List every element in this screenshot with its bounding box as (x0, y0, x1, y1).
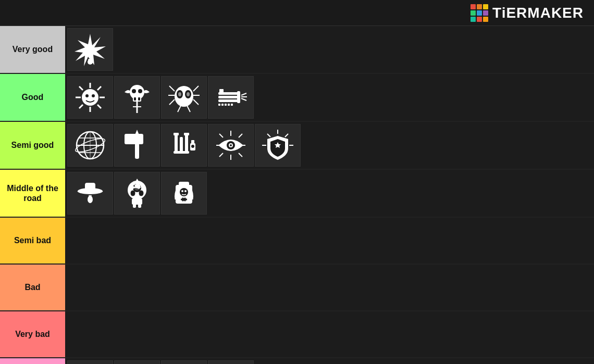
shield-glow-icon (261, 129, 294, 162)
item-cowboy[interactable] (67, 172, 113, 215)
logo: TiERMAKER (471, 4, 584, 22)
item-hammer[interactable] (114, 124, 160, 167)
tier-row-middle: Middle of the road (0, 170, 594, 218)
tier-row-very-bad: Very bad (0, 311, 594, 358)
svg-rect-41 (225, 104, 227, 106)
item-hazmat[interactable] (114, 172, 160, 215)
svg-point-13 (92, 94, 95, 97)
item-eye[interactable] (208, 124, 254, 167)
svg-rect-42 (228, 104, 230, 106)
explosion-icon (73, 33, 107, 66)
tier-row-never: Never/Barely played (0, 358, 594, 364)
svg-rect-38 (237, 91, 240, 103)
eye-icon (214, 129, 247, 162)
svg-rect-58 (175, 134, 178, 152)
svg-point-100 (181, 190, 183, 192)
tier-row-good: Good (0, 74, 594, 122)
item-explosion[interactable] (67, 28, 113, 71)
svg-line-11 (79, 105, 83, 108)
item-medic[interactable] (114, 360, 160, 364)
svg-line-47 (241, 98, 246, 101)
svg-rect-40 (221, 104, 224, 106)
svg-rect-65 (191, 140, 194, 144)
item-syringe[interactable] (208, 360, 254, 364)
spider-icon (167, 81, 201, 114)
svg-rect-43 (231, 104, 233, 106)
item-sword-skull[interactable] (114, 76, 160, 119)
tier-items-semi-good (65, 122, 594, 169)
svg-line-34 (187, 106, 190, 112)
svg-line-81 (267, 134, 270, 137)
svg-point-16 (132, 89, 136, 93)
tier-row-semi-good: Semi good (0, 122, 594, 170)
svg-point-77 (230, 144, 232, 146)
item-fly[interactable] (67, 360, 113, 364)
svg-rect-2 (88, 59, 92, 64)
tier-label-bad: Bad (0, 265, 65, 310)
sword-skull-icon (120, 81, 154, 114)
item-chain-gun[interactable] (208, 76, 254, 119)
svg-rect-96 (138, 204, 141, 208)
svg-line-30 (193, 86, 199, 91)
svg-rect-37 (218, 99, 239, 102)
tier-label-middle: Middle of the road (0, 170, 65, 217)
item-sun-mask[interactable] (67, 76, 113, 119)
svg-rect-85 (85, 183, 95, 192)
logo-text: TiERMAKER (492, 5, 584, 21)
svg-line-27 (169, 86, 175, 91)
svg-point-17 (138, 89, 142, 93)
tier-items-semi-bad (65, 218, 594, 263)
svg-point-87 (88, 196, 93, 203)
item-spider[interactable] (161, 76, 207, 119)
svg-rect-19 (138, 97, 140, 101)
svg-rect-56 (135, 143, 139, 159)
tier-row-very-good: Very good (0, 26, 594, 74)
tier-label-never: Never/Barely played (0, 358, 65, 364)
svg-line-9 (97, 105, 101, 108)
svg-rect-95 (133, 204, 136, 208)
svg-point-3 (82, 89, 98, 106)
svg-marker-57 (135, 130, 139, 135)
svg-rect-94 (132, 198, 142, 205)
tier-label-semi-good: Semi good (0, 122, 65, 169)
svg-rect-44 (219, 89, 224, 93)
svg-line-29 (169, 99, 175, 105)
chain-gun-icon (214, 81, 247, 114)
tier-list: Very good Good (0, 26, 594, 364)
svg-point-66 (191, 145, 194, 148)
tier-items-very-bad (65, 311, 594, 357)
svg-rect-61 (174, 151, 189, 154)
svg-line-74 (219, 153, 223, 157)
tier-items-middle (65, 170, 594, 217)
pipes-icon (167, 129, 201, 162)
tier-items-good (65, 74, 594, 121)
svg-line-33 (178, 106, 181, 112)
backpack-icon (167, 177, 201, 210)
tier-label-good: Good (0, 74, 65, 121)
logo-grid (471, 4, 488, 22)
svg-line-72 (239, 153, 242, 157)
tier-label-very-bad: Very bad (0, 311, 65, 357)
svg-rect-39 (218, 104, 220, 106)
svg-line-71 (219, 134, 223, 137)
item-shield-glow[interactable] (255, 124, 301, 167)
svg-line-32 (193, 99, 199, 105)
sun-mask-icon (73, 81, 107, 114)
tier-items-very-good (65, 26, 594, 73)
svg-rect-98 (179, 182, 189, 187)
item-pipes[interactable] (161, 124, 207, 167)
svg-point-25 (178, 92, 181, 96)
item-skull-binoculars[interactable] (161, 360, 207, 364)
hammer-icon (120, 129, 154, 162)
svg-line-79 (285, 134, 288, 137)
hazmat-icon (120, 177, 154, 210)
svg-line-73 (239, 134, 242, 137)
svg-rect-55 (125, 134, 143, 144)
svg-line-10 (97, 86, 101, 90)
tier-items-never (65, 358, 594, 364)
svg-point-26 (187, 92, 190, 96)
item-backpack[interactable] (161, 172, 207, 215)
item-globe[interactable] (67, 124, 113, 167)
tier-row-bad: Bad (0, 265, 594, 311)
svg-rect-60 (185, 134, 188, 152)
